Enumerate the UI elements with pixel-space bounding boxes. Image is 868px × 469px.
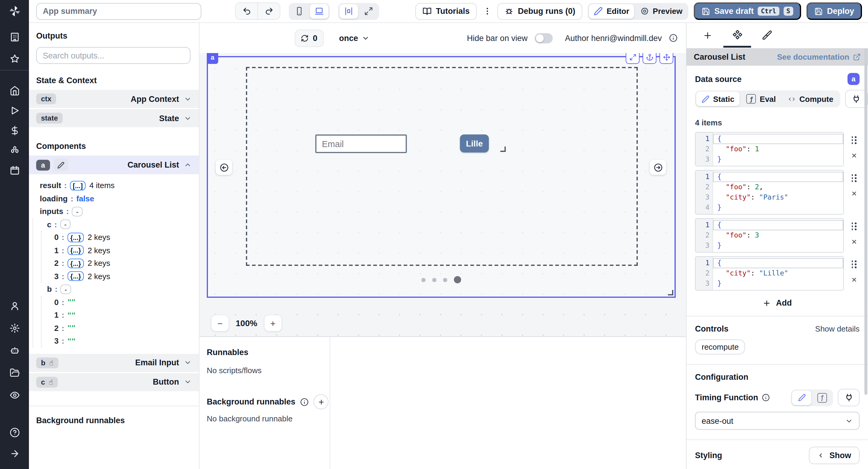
fullwidth-layout-button[interactable] bbox=[359, 4, 378, 19]
undo-button[interactable] bbox=[236, 3, 257, 19]
anchor-component-button[interactable] bbox=[643, 53, 656, 64]
json-expand-chip[interactable]: - bbox=[60, 220, 70, 229]
carousel-component[interactable]: a Lille bbox=[207, 56, 676, 298]
info-icon[interactable] bbox=[762, 394, 770, 402]
resize-handle[interactable] bbox=[668, 290, 673, 295]
carousel-next-button[interactable] bbox=[650, 160, 666, 175]
audit-eye-icon[interactable] bbox=[0, 387, 29, 402]
move-component-button[interactable] bbox=[659, 53, 673, 64]
carousel-dot[interactable] bbox=[421, 278, 426, 282]
drag-handle-icon[interactable] bbox=[852, 222, 857, 230]
timing-static-button[interactable] bbox=[792, 390, 811, 405]
workspace-icon[interactable] bbox=[0, 30, 29, 44]
zoom-in-button[interactable]: + bbox=[264, 315, 282, 332]
component-b-row[interactable]: b☝ Email Input bbox=[29, 353, 199, 372]
expand-sidebar-icon[interactable] bbox=[0, 446, 29, 461]
editor-tab[interactable]: Editor bbox=[589, 4, 634, 19]
tutorials-button[interactable]: Tutorials bbox=[415, 3, 477, 20]
deploy-button[interactable]: Deploy bbox=[807, 2, 862, 20]
json-item-editor[interactable]: 123{ "city": "Lille"} bbox=[695, 256, 844, 290]
help-icon[interactable] bbox=[0, 425, 29, 439]
styling-tab[interactable] bbox=[753, 23, 781, 48]
workers-icon[interactable] bbox=[0, 343, 29, 357]
carousel-prev-button[interactable] bbox=[216, 160, 232, 175]
scrollbar-thumb[interactable] bbox=[864, 48, 867, 395]
show-details-button[interactable]: Show details bbox=[815, 324, 860, 333]
ctx-row[interactable]: ctx App Context bbox=[29, 90, 199, 108]
json-expand-chip[interactable]: {...} bbox=[67, 246, 84, 255]
save-draft-button[interactable]: Save draftCtrlS bbox=[694, 2, 801, 20]
resize-handle[interactable] bbox=[500, 147, 506, 152]
center-layout-button[interactable] bbox=[339, 4, 358, 19]
delete-item-button[interactable]: × bbox=[851, 151, 857, 160]
recompute-pill[interactable]: recompute bbox=[695, 339, 745, 354]
refresh-button[interactable]: 0 bbox=[295, 29, 323, 47]
carousel-dot-active[interactable] bbox=[454, 276, 461, 283]
json-item-editor[interactable]: 1234{ "foo": 2, "city": "Paris"} bbox=[695, 170, 844, 215]
function-icon: ƒ bbox=[747, 94, 756, 104]
json-expand-chip[interactable]: {...} bbox=[67, 272, 84, 281]
state-row[interactable]: state State bbox=[29, 109, 199, 127]
info-icon[interactable] bbox=[669, 34, 678, 42]
carousel-inner-container[interactable] bbox=[246, 67, 638, 266]
runs-icon[interactable] bbox=[0, 103, 29, 118]
expand-component-button[interactable] bbox=[626, 53, 640, 64]
compute-mode-button[interactable]: Compute bbox=[782, 92, 839, 106]
resources-icon[interactable] bbox=[0, 143, 29, 157]
more-menu-button[interactable] bbox=[482, 3, 492, 20]
preview-tab[interactable]: Preview bbox=[635, 4, 687, 19]
component-a-row[interactable]: a Carousel List bbox=[29, 156, 199, 174]
zoom-out-button[interactable]: − bbox=[211, 315, 229, 332]
hide-bar-toggle[interactable] bbox=[535, 33, 553, 43]
static-mode-button[interactable]: Static bbox=[696, 92, 740, 106]
schedules-icon[interactable] bbox=[0, 163, 29, 177]
app-canvas[interactable]: a Lille bbox=[199, 53, 686, 337]
add-item-button[interactable]: Add bbox=[695, 299, 860, 307]
delete-item-button[interactable]: × bbox=[851, 275, 857, 284]
component-c-row[interactable]: c☝ Button bbox=[29, 373, 199, 391]
carousel-dot[interactable] bbox=[443, 278, 447, 282]
lille-button-widget[interactable]: Lille bbox=[460, 134, 489, 153]
json-expand-chip[interactable]: [...] bbox=[70, 181, 86, 190]
tree-row: 0:{...}2 keys bbox=[40, 231, 199, 244]
redo-button[interactable] bbox=[257, 3, 280, 19]
tree-value: "" bbox=[67, 311, 76, 319]
background-runnables-title: Background runnables bbox=[36, 416, 192, 425]
info-icon[interactable] bbox=[300, 398, 309, 406]
connect-plug-button[interactable] bbox=[838, 389, 860, 406]
settings-gear-icon[interactable] bbox=[0, 321, 29, 335]
delete-item-button[interactable]: × bbox=[851, 189, 857, 198]
timing-function-select[interactable]: ease-out bbox=[695, 412, 860, 430]
drag-handle-icon[interactable] bbox=[852, 260, 857, 268]
json-expand-chip[interactable]: - bbox=[72, 207, 83, 216]
rename-component-button[interactable] bbox=[53, 159, 68, 171]
app-summary-input[interactable] bbox=[36, 3, 201, 20]
eval-mode-button[interactable]: ƒEval bbox=[741, 92, 781, 106]
variables-icon[interactable] bbox=[0, 123, 29, 137]
debug-runs-button[interactable]: Debug runs (0) bbox=[497, 3, 583, 20]
styling-show-button[interactable]: Show bbox=[809, 447, 860, 464]
drag-handle-icon[interactable] bbox=[852, 136, 857, 144]
json-item-editor[interactable]: 123{ "foo": 1} bbox=[695, 132, 844, 166]
home-icon[interactable] bbox=[0, 83, 29, 98]
desktop-view-button[interactable] bbox=[310, 4, 329, 19]
component-settings-tab[interactable] bbox=[723, 23, 751, 48]
add-background-runnable-button[interactable] bbox=[313, 394, 329, 409]
email-input-widget[interactable] bbox=[315, 134, 407, 153]
mobile-view-button[interactable] bbox=[290, 4, 309, 19]
see-documentation-link[interactable]: See documentation bbox=[777, 53, 861, 61]
json-expand-chip[interactable]: - bbox=[61, 285, 71, 294]
favorites-icon[interactable] bbox=[0, 51, 29, 66]
search-outputs-input[interactable] bbox=[36, 47, 190, 64]
delete-item-button[interactable]: × bbox=[851, 237, 857, 246]
json-expand-chip[interactable]: {...} bbox=[67, 259, 84, 268]
insert-component-tab[interactable] bbox=[694, 23, 721, 48]
carousel-dot[interactable] bbox=[432, 278, 436, 282]
json-item-editor[interactable]: 123{ "foo": 3} bbox=[695, 218, 844, 253]
schedule-mode-select[interactable]: once bbox=[339, 33, 370, 42]
users-icon[interactable] bbox=[0, 299, 29, 313]
folders-icon[interactable] bbox=[0, 365, 29, 380]
json-expand-chip[interactable]: {...} bbox=[67, 233, 84, 242]
drag-handle-icon[interactable] bbox=[852, 174, 857, 182]
timing-eval-button[interactable]: ƒ bbox=[812, 390, 832, 405]
